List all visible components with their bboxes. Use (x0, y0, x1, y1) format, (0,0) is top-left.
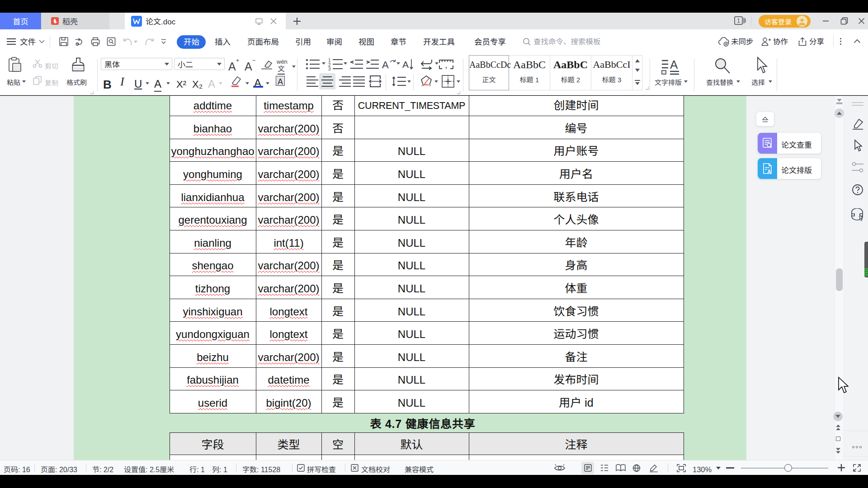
svg-text:1: 1 (737, 16, 740, 24)
svg-text:A: A (670, 58, 678, 72)
svg-text:A: A (382, 58, 389, 70)
svg-text:A: A (402, 58, 409, 70)
svg-text:3: 3 (328, 65, 331, 70)
svg-text:A: A (768, 168, 771, 174)
